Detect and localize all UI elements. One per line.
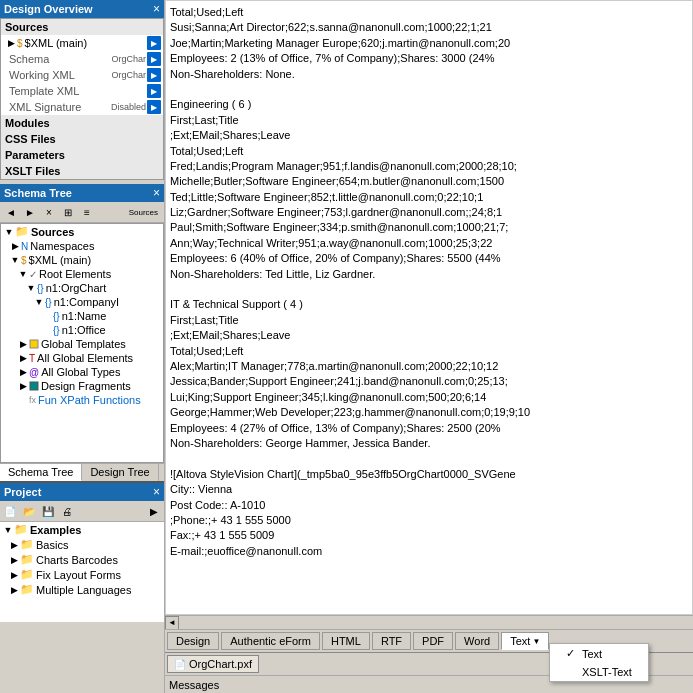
tab-rtf[interactable]: RTF bbox=[372, 632, 411, 650]
tree-namespaces[interactable]: ▶ N Namespaces bbox=[1, 239, 163, 253]
svg-rect-0 bbox=[30, 340, 38, 348]
sources-section: Sources ▶ $ $XML (main) ▶ Schema OrgChar… bbox=[0, 18, 164, 180]
xml-signature-item[interactable]: XML Signature Disabled ▶ bbox=[1, 99, 163, 115]
sxml-expand[interactable]: ▶ bbox=[5, 37, 17, 49]
proj-examples[interactable]: ▼ 📁 Examples bbox=[0, 522, 164, 537]
dropdown-text-item[interactable]: ✓ Text bbox=[550, 644, 648, 663]
agt-expand-icon[interactable]: ▶ bbox=[17, 366, 29, 378]
proj-fix-layout[interactable]: ▶ 📁 Fix Layout Forms bbox=[0, 567, 164, 582]
tab-schema-tree[interactable]: Schema Tree bbox=[0, 464, 82, 481]
tree-root-label: Root Elements bbox=[39, 268, 111, 280]
content-text-area[interactable]: Total;Used;LeftSusi;Sanna;Art Director;6… bbox=[165, 0, 693, 615]
tree-xpath-functions[interactable]: fx Fun XPath Functions bbox=[1, 393, 163, 407]
tree-design-fragments[interactable]: ▶ Design Fragments bbox=[1, 379, 163, 393]
tree-all-global-elements[interactable]: ▶ T All Global Elements bbox=[1, 351, 163, 365]
orgchart-expand-icon[interactable]: ▼ bbox=[25, 282, 37, 294]
css-header[interactable]: CSS Files bbox=[1, 131, 163, 147]
tab-pdf[interactable]: PDF bbox=[413, 632, 453, 650]
toolbar-close-btn[interactable]: × bbox=[40, 203, 58, 221]
sxml-icon: $ bbox=[17, 38, 23, 49]
tab-design-tree[interactable]: Design Tree bbox=[82, 464, 158, 481]
ns-icon: N bbox=[21, 241, 28, 252]
root-icon: ✓ bbox=[29, 269, 37, 280]
proj-basics[interactable]: ▶ 📁 Basics bbox=[0, 537, 164, 552]
root-expand-icon[interactable]: ▼ bbox=[17, 268, 29, 280]
project-close[interactable]: × bbox=[153, 485, 160, 499]
xml-sig-badge: Disabled bbox=[111, 102, 146, 112]
sources-expand-icon[interactable]: ▼ bbox=[3, 226, 15, 238]
tree-office[interactable]: {} n1:Office bbox=[1, 323, 163, 337]
xml-sig-arrow-btn[interactable]: ▶ bbox=[147, 100, 161, 114]
tab-word[interactable]: Word bbox=[455, 632, 499, 650]
sources-header[interactable]: Sources bbox=[1, 19, 163, 35]
dropdown-xslt-text-item[interactable]: XSLT-Text bbox=[550, 663, 648, 681]
tab-html[interactable]: HTML bbox=[322, 632, 370, 650]
schema-tree-header: Schema Tree × bbox=[0, 184, 164, 202]
gt-expand-icon[interactable]: ▶ bbox=[17, 338, 29, 350]
hscroll-track[interactable] bbox=[179, 616, 693, 630]
fixlayout-expand[interactable]: ▶ bbox=[8, 569, 20, 581]
ns-expand-icon[interactable]: ▶ bbox=[9, 240, 21, 252]
schema-item[interactable]: Schema OrgChar ▶ bbox=[1, 51, 163, 67]
tree-all-global-types[interactable]: ▶ @ All Global Types bbox=[1, 365, 163, 379]
tree-name-label: n1:Name bbox=[62, 310, 107, 322]
company-expand-icon[interactable]: ▼ bbox=[33, 296, 45, 308]
proj-new-btn[interactable]: 📄 bbox=[1, 502, 19, 520]
tree-sources[interactable]: ▼ 📁 Sources bbox=[1, 224, 163, 239]
tree-gt-label: Global Templates bbox=[41, 338, 126, 350]
office-elem-icon: {} bbox=[53, 325, 60, 336]
toolbar-forward-btn[interactable]: ► bbox=[21, 203, 39, 221]
charts-expand[interactable]: ▶ bbox=[8, 554, 20, 566]
sxml-tree-expand[interactable]: ▼ bbox=[9, 254, 21, 266]
toolbar-sources-btn[interactable]: Sources bbox=[125, 203, 162, 221]
toolbar-back-btn[interactable]: ◄ bbox=[2, 203, 20, 221]
working-xml-item[interactable]: Working XML OrgChar ▶ bbox=[1, 67, 163, 83]
horizontal-scrollbar[interactable]: ◄ bbox=[165, 615, 693, 629]
proj-multiple-languages[interactable]: ▶ 📁 Multiple Languages bbox=[0, 582, 164, 597]
tab-authentic[interactable]: Authentic eForm bbox=[221, 632, 320, 650]
sxml-arrow-btn[interactable]: ▶ bbox=[147, 36, 161, 50]
template-xml-item[interactable]: Template XML ▶ bbox=[1, 83, 163, 99]
proj-save-btn[interactable]: 💾 bbox=[39, 502, 57, 520]
parameters-header[interactable]: Parameters bbox=[1, 147, 163, 163]
df-expand-icon[interactable]: ▶ bbox=[17, 380, 29, 392]
tree-name[interactable]: {} n1:Name bbox=[1, 309, 163, 323]
modules-header[interactable]: Modules bbox=[1, 115, 163, 131]
tab-design[interactable]: Design bbox=[167, 632, 219, 650]
design-overview-close[interactable]: × bbox=[153, 2, 160, 16]
proj-charts[interactable]: ▶ 📁 Charts Barcodes bbox=[0, 552, 164, 567]
sxml-main-item[interactable]: ▶ $ $XML (main) ▶ bbox=[1, 35, 163, 51]
file-tab-name: OrgChart.pxf bbox=[189, 658, 252, 670]
multilang-expand[interactable]: ▶ bbox=[8, 584, 20, 596]
toolbar-list-btn[interactable]: ≡ bbox=[78, 203, 96, 221]
age-icon: T bbox=[29, 353, 35, 364]
tree-orgchart[interactable]: ▼ {} n1:OrgChart bbox=[1, 281, 163, 295]
schema-arrow-btn[interactable]: ▶ bbox=[147, 52, 161, 66]
basics-expand[interactable]: ▶ bbox=[8, 539, 20, 551]
charts-folder-icon: 📁 bbox=[20, 553, 34, 566]
working-xml-arrow-btn[interactable]: ▶ bbox=[147, 68, 161, 82]
examples-folder-icon: 📁 bbox=[14, 523, 28, 536]
template-xml-arrow-btn[interactable]: ▶ bbox=[147, 84, 161, 98]
schema-tree-close[interactable]: × bbox=[153, 186, 160, 200]
tree-office-label: n1:Office bbox=[62, 324, 106, 336]
schema-label: Schema bbox=[9, 53, 49, 65]
tree-sxml[interactable]: ▼ $ $XML (main) bbox=[1, 253, 163, 267]
tree-company[interactable]: ▼ {} n1:CompanyI bbox=[1, 295, 163, 309]
proj-right-btn[interactable]: ▶ bbox=[145, 502, 163, 520]
proj-examples-label: Examples bbox=[30, 524, 81, 536]
examples-expand[interactable]: ▼ bbox=[2, 524, 14, 536]
xslt-header[interactable]: XSLT Files bbox=[1, 163, 163, 179]
proj-open-btn[interactable]: 📂 bbox=[20, 502, 38, 520]
schema-tree-content: ▼ 📁 Sources ▶ N Namespaces ▼ $ $XML (mai… bbox=[0, 223, 164, 463]
proj-print-btn[interactable]: 🖨 bbox=[58, 502, 76, 520]
company-elem-icon: {} bbox=[45, 297, 52, 308]
hscroll-left-btn[interactable]: ◄ bbox=[165, 616, 179, 630]
tree-root-elements[interactable]: ▼ ✓ Root Elements bbox=[1, 267, 163, 281]
tree-global-templates[interactable]: ▶ Global Templates bbox=[1, 337, 163, 351]
text-tab-dropdown-arrow[interactable]: ▼ bbox=[532, 637, 540, 646]
age-expand-icon[interactable]: ▶ bbox=[17, 352, 29, 364]
toolbar-grid-btn[interactable]: ⊞ bbox=[59, 203, 77, 221]
tab-text[interactable]: Text ▼ bbox=[501, 632, 549, 650]
file-tab-orgchart[interactable]: 📄 OrgChart.pxf bbox=[167, 655, 259, 673]
